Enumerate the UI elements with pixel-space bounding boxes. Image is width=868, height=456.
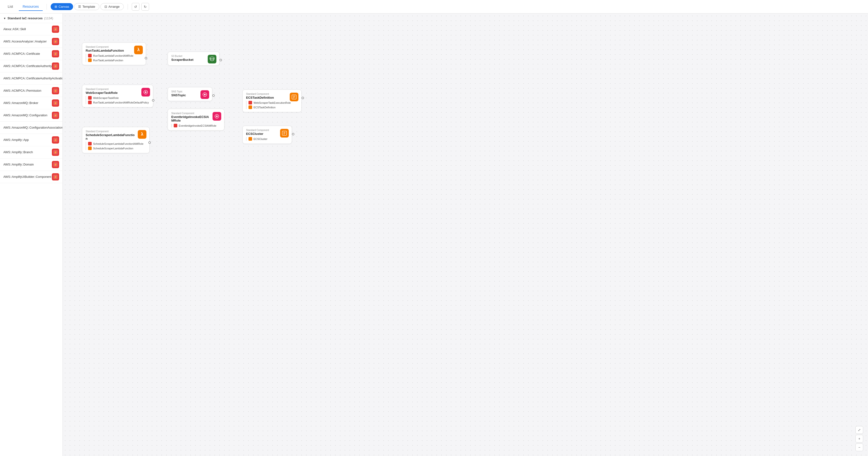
canvas-area[interactable]: Standard Component RunTaskLambdaFunction… [63, 13, 868, 456]
sidebar-list: Alexa::ASK::Skill⚡AWS::AccessAnalyzer::A… [0, 23, 62, 456]
svg-text:⚡: ⚡ [54, 163, 57, 166]
topbar-divider [46, 4, 47, 10]
sidebar-item-icon: ⚡ [52, 87, 59, 94]
sidebar-item-icon: ⚡ [52, 62, 59, 70]
sidebar-item-label: AWS::ACMPCA::Permission [3, 89, 52, 92]
output-connector [302, 97, 304, 99]
sidebar-item-label: AWS::ACMPCA::CertificateAuthority [3, 64, 52, 68]
node-type-label: S3 Bucket [171, 55, 205, 57]
fit-screen-button[interactable]: ⤢ [856, 426, 863, 434]
output-connector [145, 57, 147, 59]
sidebar-item[interactable]: AWS::Amplify::App⚡ [0, 134, 62, 146]
tab-resources[interactable]: Resources [19, 3, 43, 11]
node-type-label: Standard Component [86, 88, 139, 90]
svg-text:⚡: ⚡ [54, 40, 57, 43]
svg-text:⚡: ⚡ [54, 101, 57, 105]
output-connector [212, 94, 215, 97]
sidebar-item-icon: ⚡ [52, 136, 59, 144]
sidebar-item-label: AWS::Amplify::App [3, 138, 52, 142]
sidebar-item-icon: ⚡ [52, 38, 59, 45]
canvas-button[interactable]: ⊞ Canvas [51, 3, 73, 10]
canvas-icon: ⊞ [55, 5, 57, 8]
sidebar-item-label: AWS::Amplify::Domain [3, 163, 52, 166]
sidebar-item[interactable]: AWS::AmazonMQ::Broker⚡ [0, 97, 62, 109]
sidebar-item-label: AWS::AmazonMQ::Configuration [3, 114, 52, 117]
svg-text:⚡: ⚡ [54, 89, 57, 92]
sidebar: ▼ Standard IaC resources (1134) Alexa::A… [0, 13, 63, 456]
view-buttons: ⊞ Canvas ☰ Template ⊡ Arrange [51, 3, 124, 10]
output-connector [220, 59, 222, 61]
sidebar-item-icon: ⚡ [52, 112, 59, 119]
sidebar-item[interactable]: AWS::ACMPCA::CertificateAuthorityActivat… [0, 72, 62, 85]
node-title: ECSCluster [246, 132, 278, 135]
node-type-label: Standard Component [246, 93, 287, 95]
node-type-label: Standard Component [246, 129, 278, 131]
undo-button[interactable]: ↺ [132, 3, 140, 10]
node-title: ECSTaskDefinition [246, 96, 287, 99]
template-icon: ☰ [78, 5, 81, 8]
svg-text:⚡: ⚡ [54, 28, 57, 31]
sidebar-item-label: AWS::AmazonMQ::ConfigurationAssociation [3, 126, 62, 129]
output-connector [292, 133, 294, 135]
tab-list[interactable]: List [4, 3, 17, 11]
node-title: ScheduleScraperLambdaFunction [86, 133, 135, 141]
redo-button[interactable]: ↻ [142, 3, 149, 10]
sidebar-item[interactable]: AWS::ACMPCA::Permission⚡ [0, 85, 62, 97]
sidebar-item-icon: ⚡ [52, 173, 59, 180]
sidebar-item[interactable]: AWS::Amplify::Branch⚡ [0, 146, 62, 158]
svg-text:λ: λ [141, 132, 143, 136]
svg-text:λ: λ [137, 47, 140, 52]
canvas-node-s3-bucket[interactable]: S3 Bucket ScraperBucket [168, 52, 220, 66]
topbar: List Resources ⊞ Canvas ☰ Template ⊡ Arr… [0, 0, 868, 13]
canvas-node-ecs-task-definition[interactable]: Standard Component ECSTaskDefinition Web… [243, 90, 302, 112]
svg-text:⚡: ⚡ [54, 175, 57, 179]
node-type-label: Standard Component [171, 112, 210, 115]
sidebar-item-icon: ⚡ [52, 26, 59, 33]
canvas-node-web-scraper-task-role[interactable]: Standard Component WebScraperTaskRole We… [82, 85, 153, 108]
node-title: SNSTopic [171, 93, 198, 97]
sidebar-item[interactable]: Alexa::ASK::Skill⚡ [0, 23, 62, 35]
arrange-button[interactable]: ⊡ Arrange [100, 3, 124, 10]
node-title: ScraperBucket [171, 58, 205, 62]
sidebar-item[interactable]: AWS::AmazonMQ::ConfigurationAssociation⚡ [0, 122, 62, 134]
canvas-node-ecs-cluster[interactable]: Standard Component ECSCluster ECSCluster [243, 126, 292, 144]
svg-text:⚡: ⚡ [54, 114, 57, 117]
canvas-node-schedule-scraper[interactable]: Standard Component ScheduleScraperLambda… [82, 127, 150, 153]
sidebar-item[interactable]: AWS::AmplifyUIBuilder::Component⚡ [0, 171, 62, 183]
sidebar-item-label: AWS::ACMPCA::Certificate [3, 52, 52, 56]
sidebar-item[interactable]: AWS::Amplify::Domain⚡ [0, 158, 62, 171]
svg-text:⚡: ⚡ [54, 52, 57, 56]
zoom-out-button[interactable]: − [856, 444, 863, 451]
sidebar-item-icon: ⚡ [52, 50, 59, 57]
sidebar-chevron: ▼ [3, 17, 6, 20]
node-type-label: SNS Topic [171, 90, 198, 93]
node-title: WebScraperTaskRole [86, 91, 139, 95]
node-type-label: Standard Component [86, 45, 132, 48]
sidebar-item-label: AWS::AccessAnalyzer::Analyzer [3, 40, 52, 43]
zoom-in-button[interactable]: + [856, 435, 863, 443]
canvas-node-run-task-lambda[interactable]: Standard Component RunTaskLambdaFunction… [82, 42, 146, 65]
canvas-nodes: Standard Component RunTaskLambdaFunction… [63, 13, 868, 456]
sidebar-item[interactable]: AWS::ACMPCA::CertificateAuthority⚡ [0, 60, 62, 72]
output-connector [148, 142, 151, 144]
canvas-node-eventbridge[interactable]: Standard Component EventbridgeInvokeECSI… [168, 109, 224, 130]
node-title: RunTaskLambdaFunction [86, 49, 132, 52]
sidebar-item-label: AWS::AmplifyUIBuilder::Component [3, 175, 52, 179]
sidebar-item-label: AWS::AmazonMQ::Broker [3, 101, 52, 105]
template-button[interactable]: ☰ Template [74, 3, 99, 10]
node-type-label: Standard Component [86, 130, 135, 133]
svg-text:⚡: ⚡ [54, 151, 57, 154]
canvas-controls: ⤢ + − [856, 426, 863, 451]
sidebar-item-icon: ⚡ [52, 99, 59, 107]
sidebar-item[interactable]: AWS::AccessAnalyzer::Analyzer⚡ [0, 35, 62, 48]
sidebar-item-icon: ⚡ [52, 161, 59, 168]
node-title: EventbridgeInvokeECSIAMRole [171, 115, 210, 122]
main-layout: ▼ Standard IaC resources (1134) Alexa::A… [0, 13, 868, 456]
canvas-node-sns-topic[interactable]: SNS Topic SNSTopic [168, 87, 212, 101]
sidebar-item-label: AWS::ACMPCA::CertificateAuthorityActivat… [3, 77, 62, 80]
sidebar-item-icon: ⚡ [52, 149, 59, 156]
svg-text:⚡: ⚡ [54, 139, 57, 142]
sidebar-item[interactable]: AWS::AmazonMQ::Configuration⚡ [0, 109, 62, 122]
sidebar-item-label: AWS::Amplify::Branch [3, 151, 52, 154]
sidebar-item[interactable]: AWS::ACMPCA::Certificate⚡ [0, 48, 62, 60]
